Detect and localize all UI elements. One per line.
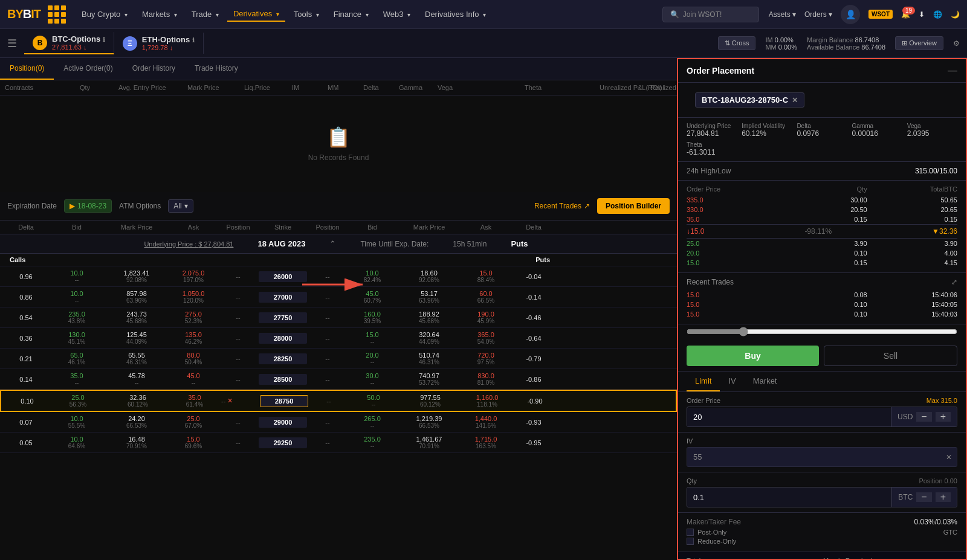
qty-increment[interactable]: + [936,492,951,502]
btc-options-name: BTC-Options ℹ [52,34,105,43]
tab-position[interactable]: Position(0) [0,58,54,80]
cancel-position-icon[interactable]: ✕ [227,397,233,405]
expiry-date-selector[interactable]: ▶ 18-08-23 [64,199,112,213]
buy-button[interactable]: Buy [687,346,819,366]
order-type-market[interactable]: Market [745,372,786,391]
eth-options-ticker[interactable]: Ξ ETH-Options ℹ 1,729.78 ↓ [114,33,204,54]
table-row[interactable]: 0.36 130.045.1% 125.4544.09% 135.046.2% … [0,328,677,349]
table-row[interactable]: 0.07 10.055.5% 24.2066.53% 25.067.0% -- … [0,412,677,433]
ob-price-down: ↓15.0 [687,227,704,236]
order-price-label-row: Order Price Max 315.0 [687,397,957,404]
eth-info-icon[interactable]: ℹ [192,37,195,43]
pos-c: -- [220,294,256,301]
nav-markets[interactable]: Markets ▾ [136,7,183,21]
reduce-only-checkbox[interactable] [687,538,694,545]
nav-orders[interactable]: Orders ▾ [804,10,832,19]
col-mm: MM [328,84,361,91]
btc-options-ticker[interactable]: B BTC-Options ℹ 27,811.63 ↓ [24,32,114,54]
order-price-increment[interactable]: + [936,412,951,422]
user-avatar[interactable]: 👤 [841,5,860,24]
ob-price-2: 330.0 [687,206,777,213]
tab-order-history[interactable]: Order History [123,58,185,80]
search-bar[interactable]: 🔍 Join WSOT! [662,7,759,22]
strike-highlighted[interactable]: 28750 [260,395,308,407]
vega-item: Vega 2.0395 [907,123,957,138]
nav-finance[interactable]: Finance ▾ [328,7,375,21]
download-icon[interactable]: ⬇ [919,10,925,19]
tab-active-order[interactable]: Active Order(0) [54,58,122,80]
order-panel-minimize[interactable]: — [948,65,957,76]
tab-trade-history[interactable]: Trade History [185,58,248,80]
nav-tools[interactable]: Tools ▾ [288,7,325,21]
sell-button[interactable]: Sell [824,346,957,366]
table-row-highlighted[interactable]: 0.10 25.056.3% 32.3660.12% 35.061.4% -- … [0,390,677,412]
strike[interactable]: 28250 [259,353,307,364]
strike[interactable]: 28500 [259,374,307,385]
strike[interactable]: 27750 [259,312,307,323]
no-records-text: No Records Found [308,153,369,162]
high-low-value: 315.00/15.00 [915,167,957,175]
ob-price-3: 35.0 [687,216,777,223]
nav-derivatives-info[interactable]: Derivatives Info ▾ [419,7,492,21]
iv-input[interactable] [687,448,941,466]
qty-decrement[interactable]: − [916,492,931,502]
strike[interactable]: 29250 [259,437,307,448]
atm-options-select[interactable]: All ▾ [168,199,193,213]
instrument-tag: BTC-18AUG23-28750-C ✕ [695,92,804,108]
header-strike: Strike [259,224,307,231]
recent-trades-link[interactable]: Recent Trades ↗ [534,202,590,210]
nav-assets[interactable]: Assets ▾ [769,10,796,19]
atm-dropdown-icon: ▾ [184,202,188,210]
ask-p: 720.097.5% [462,352,510,365]
ob-mid-row: ↓15.0 -98.11% ▼32.36 [687,224,957,239]
order-type-iv[interactable]: IV [720,372,744,391]
rt-price-2: 15.0 [687,301,777,308]
table-row[interactable]: 0.21 65.046.1% 65.5546.31% 80.050.4% -- … [0,349,677,369]
settings-icon[interactable]: ⚙ [953,39,960,48]
ob-total-3: 0.15 [867,216,957,223]
ob-total-6: 4.15 [867,259,957,266]
post-only-checkbox[interactable] [687,529,694,536]
nav-derivatives[interactable]: Derivatives ▾ [227,7,285,22]
nav-dots-icon[interactable] [48,5,66,24]
strike[interactable]: 27000 [259,292,307,303]
nav-trade[interactable]: Trade ▾ [186,7,225,21]
table-row[interactable]: 0.14 35.0-- 45.78-- 45.0-- -- 28500 -- 3… [0,369,677,390]
header-bid-puts: Bid [348,224,396,231]
qty-input[interactable] [687,488,891,507]
mark-c: 45.78-- [106,372,167,386]
wsot-badge[interactable]: WSOT [868,10,893,19]
table-row[interactable]: 0.54 235.043.8% 243.7345.68% 275.052.3% … [0,307,677,328]
ask-p: 60.066.5% [462,290,510,304]
globe-icon[interactable]: 🌐 [933,10,942,19]
recent-trades-expand-icon[interactable]: ⤢ [951,278,957,286]
bid-p: 235.0-- [348,436,396,449]
expand-icon[interactable]: ⌃ [329,239,336,248]
hamburger-icon[interactable]: ☰ [7,37,17,50]
position-builder-button[interactable]: Position Builder [597,198,670,214]
position-tabs: Position(0) Active Order(0) Order Histor… [0,58,677,80]
notifications-icon[interactable]: 🔔 19 [901,10,910,19]
mark-c: 24.2066.53% [106,415,167,429]
table-row[interactable]: 0.05 10.064.6% 16.4870.91% 15.069.6% -- … [0,433,677,453]
theme-toggle[interactable]: 🌙 [951,10,960,19]
ask-c: 15.069.6% [169,436,218,449]
iv-close-icon[interactable]: ✕ [941,448,957,466]
nav-buy-crypto[interactable]: Buy Crypto ▾ [76,7,134,21]
cross-button[interactable]: ⇅ Cross [718,36,756,50]
order-type-limit[interactable]: Limit [687,372,720,391]
delta-item: Delta 0.0976 [797,123,847,138]
btc-info-icon[interactable]: ℹ [103,36,105,43]
close-instrument-icon[interactable]: ✕ [792,96,798,105]
strike[interactable]: 29000 [259,417,307,428]
order-price-input[interactable] [687,408,891,426]
price-slider[interactable] [687,327,957,336]
overview-button[interactable]: ⊞ Overview [895,36,943,50]
mark-p: 1,461.6770.91% [399,436,459,449]
order-price-decrement[interactable]: − [916,412,931,422]
strike[interactable]: 26000 [259,271,307,282]
gamma-item: Gamma 0.00016 [852,123,902,138]
strike[interactable]: 28000 [259,333,307,344]
nav-web3[interactable]: Web3 ▾ [377,7,416,21]
mark-c: 1,823.4192.08% [106,269,167,283]
